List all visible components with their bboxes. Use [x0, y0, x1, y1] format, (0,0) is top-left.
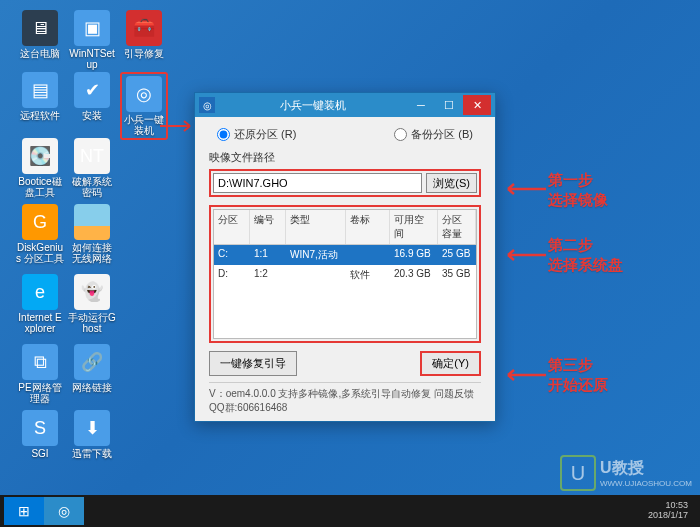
- annotation-3: 第三步开始还原: [548, 355, 608, 394]
- col-free: 可用空间: [390, 210, 438, 244]
- desktop-icon-ghost[interactable]: 👻手动运行Ghost: [68, 274, 116, 334]
- annotation-1: 第一步选择镜像: [548, 170, 608, 209]
- table-row[interactable]: C: 1:1 WIN7,活动 16.9 GB 25 GB: [214, 245, 476, 265]
- col-cap: 分区容量: [438, 210, 476, 244]
- titlebar[interactable]: ◎ 小兵一键装机 ─ ☐ ✕: [195, 93, 495, 117]
- col-drive: 分区: [214, 210, 250, 244]
- icon-label: PE网络管理器: [16, 382, 64, 404]
- desktop-icon-crack-pwd[interactable]: NT破解系统密码: [68, 138, 116, 198]
- desktop-icon-diskgenius[interactable]: GDiskGenius 分区工具: [16, 204, 64, 264]
- icon-label: WinNTSetup: [68, 48, 116, 70]
- icon-label: 迅雷下载: [68, 448, 116, 459]
- repair-boot-button[interactable]: 一键修复引导: [209, 351, 297, 376]
- icon-label: DiskGenius 分区工具: [16, 242, 64, 264]
- desktop-icon-xunlei[interactable]: ⬇迅雷下载: [68, 410, 116, 459]
- watermark-sub: WWW.UJIAOSHOU.COM: [600, 479, 692, 488]
- desktop-icon-remote-soft[interactable]: ▤远程软件: [16, 72, 64, 121]
- icon-label: 引导修复: [120, 48, 168, 59]
- annotation-2: 第二步选择系统盘: [548, 235, 623, 274]
- bootice-icon: 💽: [22, 138, 58, 174]
- desktop-icon-net-link[interactable]: 🔗网络链接: [68, 344, 116, 393]
- desktop-icon-boot-repair[interactable]: 🧰引导修复: [120, 10, 168, 59]
- status-bar: V：oem4.0.0.0 支持多种镜像,多系统引导自动修复 问题反馈QQ群:60…: [209, 382, 481, 415]
- winntsetup-icon: ▣: [74, 10, 110, 46]
- icon-label: 如何连接无线网络: [68, 242, 116, 264]
- start-button[interactable]: ⊞: [4, 497, 44, 525]
- icon-label: 手动运行Ghost: [68, 312, 116, 334]
- minimize-button[interactable]: ─: [407, 95, 435, 115]
- browse-button[interactable]: 浏览(S): [426, 173, 477, 193]
- watermark-icon: U: [560, 455, 596, 491]
- icon-label: Bootice磁盘工具: [16, 176, 64, 198]
- wifi-conn-icon: [74, 204, 110, 240]
- diskgenius-icon: G: [22, 204, 58, 240]
- path-label: 映像文件路径: [209, 150, 481, 165]
- desktop-icon-winntsetup[interactable]: ▣WinNTSetup: [68, 10, 116, 70]
- radio-backup[interactable]: 备份分区 (B): [394, 127, 473, 142]
- ghost-icon: 👻: [74, 274, 110, 310]
- col-num: 编号: [250, 210, 286, 244]
- arrow-1: [500, 182, 546, 196]
- partition-table[interactable]: 分区 编号 类型 卷标 可用空间 分区容量 C: 1:1 WIN7,活动 16.…: [213, 209, 477, 339]
- desktop-icon-ie[interactable]: eInternet Explorer: [16, 274, 64, 334]
- app-icon: ◎: [199, 97, 215, 113]
- col-vol: 卷标: [346, 210, 390, 244]
- taskbar: ⊞ ◎ 10:53 2018/1/17: [0, 495, 700, 527]
- path-row-highlight: 浏览(S): [209, 169, 481, 197]
- clock[interactable]: 10:53 2018/1/17: [648, 501, 696, 521]
- table-row[interactable]: D: 1:2 软件 20.3 GB 35 GB: [214, 265, 476, 285]
- ie-icon: e: [22, 274, 58, 310]
- icon-label: 网络链接: [68, 382, 116, 393]
- pe-netmgr-icon: ⧉: [22, 344, 58, 380]
- icon-label: 这台电脑: [16, 48, 64, 59]
- col-type: 类型: [286, 210, 346, 244]
- window-title: 小兵一键装机: [219, 98, 407, 113]
- maximize-button[interactable]: ☐: [435, 95, 463, 115]
- icon-label: 远程软件: [16, 110, 64, 121]
- desktop-icon-bootice[interactable]: 💽Bootice磁盘工具: [16, 138, 64, 198]
- radio-restore[interactable]: 还原分区 (R): [217, 127, 296, 142]
- watermark: U U教授 WWW.UJIAOSHOU.COM: [560, 455, 692, 491]
- ok-button[interactable]: 确定(Y): [420, 351, 481, 376]
- this-pc-icon: 🖥: [22, 10, 58, 46]
- watermark-text: U教授: [600, 459, 644, 476]
- desktop-icon-sgi[interactable]: SSGI: [16, 410, 64, 459]
- icon-label: 破解系统密码: [68, 176, 116, 198]
- anzhuang-icon: ✔: [74, 72, 110, 108]
- remote-soft-icon: ▤: [22, 72, 58, 108]
- desktop-icon-anzhuang[interactable]: ✔安装: [68, 72, 116, 121]
- arrow-3: [500, 368, 546, 382]
- icon-label: SGI: [16, 448, 64, 459]
- xunlei-icon: ⬇: [74, 410, 110, 446]
- partition-table-highlight: 分区 编号 类型 卷标 可用空间 分区容量 C: 1:1 WIN7,活动 16.…: [209, 205, 481, 343]
- sgi-icon: S: [22, 410, 58, 446]
- icon-label: 安装: [68, 110, 116, 121]
- icon-label: 小兵一键装机: [124, 114, 164, 136]
- image-path-input[interactable]: [213, 173, 422, 193]
- close-button[interactable]: ✕: [463, 95, 491, 115]
- boot-repair-icon: 🧰: [126, 10, 162, 46]
- icon-label: Internet Explorer: [16, 312, 64, 334]
- crack-pwd-icon: NT: [74, 138, 110, 174]
- net-link-icon: 🔗: [74, 344, 110, 380]
- desktop-icon-wifi-conn[interactable]: 如何连接无线网络: [68, 204, 116, 264]
- arrow-2: [500, 248, 546, 262]
- radio-restore-input[interactable]: [217, 128, 230, 141]
- desktop-icon-pe-netmgr[interactable]: ⧉PE网络管理器: [16, 344, 64, 404]
- taskbar-app[interactable]: ◎: [44, 497, 84, 525]
- xiaob-install-icon: ◎: [126, 76, 162, 112]
- desktop-icon-this-pc[interactable]: 🖥这台电脑: [16, 10, 64, 59]
- installer-dialog: ◎ 小兵一键装机 ─ ☐ ✕ 还原分区 (R) 备份分区 (B) 映像文件路径 …: [194, 92, 496, 422]
- radio-backup-input[interactable]: [394, 128, 407, 141]
